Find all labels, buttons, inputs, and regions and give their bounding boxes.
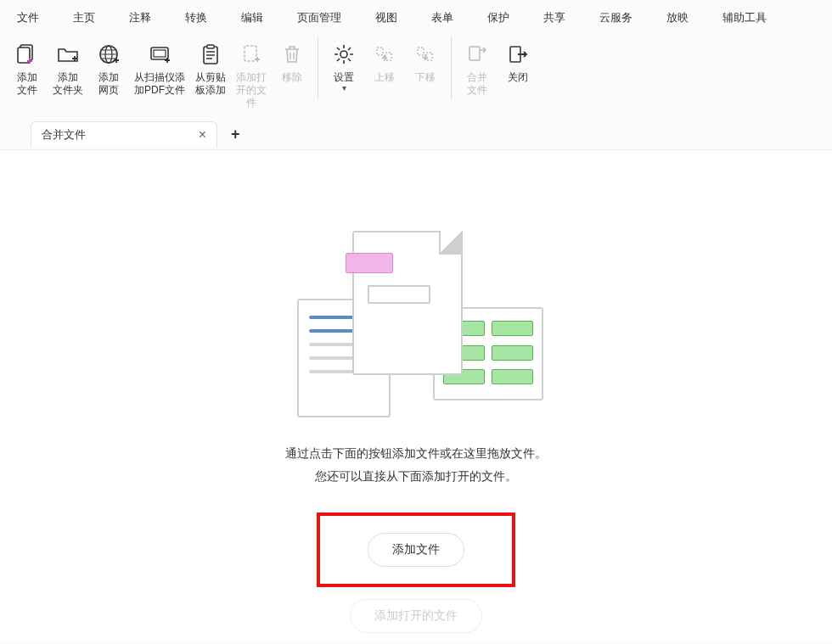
add-folder-icon — [54, 41, 82, 68]
tabstrip: 合并文件 × + — [0, 120, 832, 150]
menubar: 文件 主页 注释 转换 编辑 页面管理 视图 表单 保护 共享 云服务 放映 辅… — [0, 0, 832, 31]
toolbar-remove: 移除 — [272, 37, 312, 87]
menu-home[interactable]: 主页 — [56, 5, 112, 31]
menu-pagemgmt[interactable]: 页面管理 — [280, 5, 358, 31]
move-up-icon — [371, 41, 398, 68]
toolbar-add-web[interactable]: 添加 网页 — [88, 37, 129, 100]
add-open-files-button: 添加打开的文件 — [350, 599, 482, 633]
tab-add-button[interactable]: + — [224, 122, 247, 147]
illus-doc-front — [352, 231, 463, 375]
empty-illustration — [289, 227, 543, 422]
move-down-icon — [412, 41, 439, 68]
scanner-icon — [146, 41, 173, 68]
menu-share[interactable]: 共享 — [526, 5, 582, 31]
open-file-icon — [238, 41, 265, 68]
toolbar-separator — [318, 37, 318, 98]
add-files-button[interactable]: 添加文件 — [368, 533, 464, 567]
globe-icon — [95, 41, 122, 68]
add-file-icon — [14, 41, 41, 68]
tab-merge-files[interactable]: 合并文件 × — [31, 121, 217, 148]
svg-rect-13 — [426, 53, 432, 60]
toolbar: 添加 文件 添加 文件夹 添加 网页 从扫描仪添 加PDF文件 从剪贴 板添加 — [0, 31, 832, 120]
svg-point-9 — [340, 51, 347, 58]
menu-convert[interactable]: 转换 — [168, 5, 224, 31]
svg-rect-5 — [154, 50, 166, 57]
toolbar-merge: 合并 文件 — [457, 37, 498, 100]
toolbar-separator — [451, 37, 452, 98]
toolbar-add-scanner[interactable]: 从扫描仪添 加PDF文件 — [129, 37, 190, 100]
menu-edit[interactable]: 编辑 — [224, 5, 280, 31]
workspace[interactable]: 通过点击下面的按钮添加文件或在这里拖放文件。 您还可以直接从下面添加打开的文件。… — [0, 150, 832, 643]
tab-close-icon[interactable]: × — [199, 128, 206, 142]
svg-rect-14 — [469, 47, 480, 60]
menu-accessibility[interactable]: 辅助工具 — [706, 5, 784, 31]
menu-cloud[interactable]: 云服务 — [582, 5, 649, 31]
hint-text: 通过点击下面的按钮添加文件或在这里拖放文件。 您还可以直接从下面添加打开的文件。 — [285, 442, 547, 487]
clipboard-icon — [197, 41, 224, 68]
svg-rect-8 — [245, 46, 256, 61]
menu-comment[interactable]: 注释 — [112, 5, 168, 31]
toolbar-add-clipboard[interactable]: 从剪贴 板添加 — [190, 37, 231, 100]
svg-rect-7 — [207, 45, 214, 48]
toolbar-move-down: 下移 — [405, 37, 446, 87]
menu-form[interactable]: 表单 — [414, 5, 470, 31]
trash-icon — [278, 41, 306, 68]
merge-icon — [464, 41, 491, 68]
toolbar-close[interactable]: 关闭 — [498, 37, 538, 87]
toolbar-add-open-file: 添加打 开的文件 — [231, 37, 272, 113]
chevron-down-icon: ▾ — [342, 84, 346, 92]
menu-protect[interactable]: 保护 — [470, 5, 526, 31]
svg-rect-10 — [377, 48, 383, 55]
svg-rect-11 — [385, 53, 391, 60]
menu-present[interactable]: 放映 — [649, 5, 706, 31]
gear-icon — [330, 41, 357, 68]
toolbar-add-folder[interactable]: 添加 文件夹 — [48, 37, 88, 100]
tab-title: 合并文件 — [42, 127, 86, 143]
svg-rect-12 — [418, 48, 424, 55]
exit-icon — [504, 41, 531, 68]
menu-view[interactable]: 视图 — [358, 5, 414, 31]
menu-file[interactable]: 文件 — [0, 5, 56, 31]
toolbar-add-file[interactable]: 添加 文件 — [7, 37, 48, 100]
highlight-annotation: 添加文件 — [317, 512, 515, 587]
toolbar-settings[interactable]: 设置 ▾ — [323, 37, 364, 96]
toolbar-move-up: 上移 — [364, 37, 405, 87]
